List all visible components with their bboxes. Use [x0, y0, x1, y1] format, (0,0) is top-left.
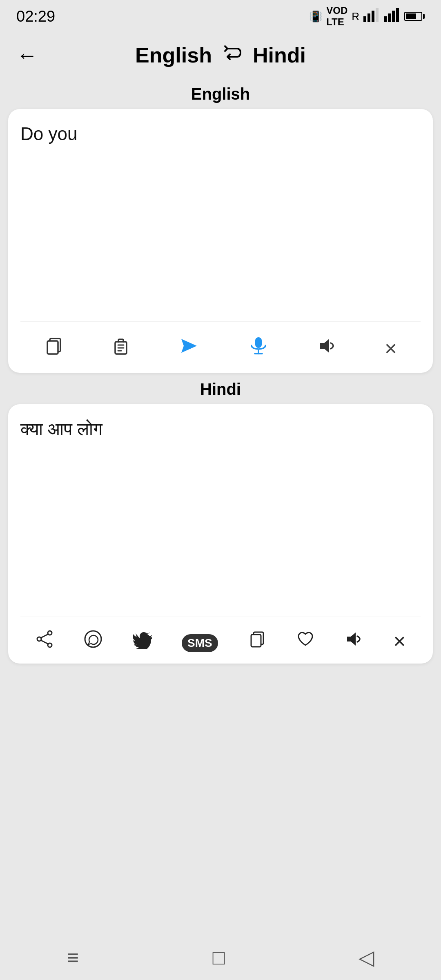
- mic-button[interactable]: [244, 332, 273, 365]
- target-toolbar: SMS ×: [20, 617, 421, 655]
- svg-rect-5: [388, 13, 391, 22]
- signal-icon-1: [363, 8, 380, 25]
- target-output-text: क्या आप लोग: [20, 416, 421, 612]
- target-lang-label: Hindi: [0, 373, 441, 404]
- vibrate-icon: 📳: [309, 10, 322, 23]
- favorite-button[interactable]: [294, 627, 317, 655]
- back-button[interactable]: ←: [16, 43, 38, 67]
- status-bar: 02:29 📳 VODLTE R: [0, 0, 441, 33]
- svg-rect-3: [376, 8, 379, 22]
- translate-button[interactable]: [175, 332, 203, 365]
- svg-rect-0: [363, 16, 366, 22]
- nav-bar: ≡ □ ◁: [0, 935, 441, 980]
- home-button[interactable]: □: [212, 946, 225, 969]
- menu-button[interactable]: ≡: [67, 946, 79, 969]
- source-input-panel: Do you: [8, 109, 433, 373]
- svg-rect-9: [47, 341, 58, 354]
- status-time: 02:29: [16, 8, 55, 25]
- svg-rect-15: [255, 337, 262, 348]
- paste-button[interactable]: [108, 333, 134, 363]
- source-language-label[interactable]: English: [135, 43, 212, 67]
- svg-rect-7: [396, 8, 399, 22]
- svg-rect-1: [368, 13, 370, 22]
- app-header: ← English Hindi: [0, 33, 441, 78]
- whatsapp-button[interactable]: [81, 627, 105, 655]
- target-output-panel: क्या आप लोग: [8, 404, 433, 664]
- svg-line-23: [41, 640, 48, 644]
- svg-marker-18: [320, 339, 329, 353]
- signal-icon-2: [384, 8, 400, 25]
- sms-badge: SMS: [182, 634, 218, 652]
- volte-icon: VODLTE: [326, 5, 347, 28]
- share-button[interactable]: [33, 627, 56, 655]
- svg-line-22: [41, 634, 48, 638]
- source-toolbar: ×: [20, 321, 421, 365]
- back-nav-button[interactable]: ◁: [359, 946, 374, 969]
- battery-icon: [404, 12, 425, 21]
- sms-button[interactable]: SMS: [179, 628, 220, 655]
- signal-r-icon: R: [352, 10, 359, 23]
- target-clear-button[interactable]: ×: [391, 628, 408, 654]
- target-speaker-button[interactable]: [342, 627, 366, 655]
- svg-rect-2: [372, 11, 374, 22]
- svg-rect-6: [392, 11, 395, 22]
- svg-rect-4: [384, 16, 387, 22]
- source-lang-label: English: [0, 78, 441, 109]
- header-title: English Hindi: [135, 40, 306, 70]
- status-icons: 📳 VODLTE R: [309, 5, 425, 28]
- target-language-label[interactable]: Hindi: [253, 43, 306, 67]
- source-input-text[interactable]: Do you: [20, 121, 421, 317]
- target-copy-button[interactable]: [245, 627, 269, 655]
- copy-button[interactable]: [41, 333, 67, 363]
- source-clear-button[interactable]: ×: [381, 334, 400, 362]
- twitter-button[interactable]: [130, 627, 154, 655]
- svg-marker-27: [347, 633, 356, 646]
- svg-rect-26: [251, 635, 261, 647]
- source-speaker-button[interactable]: [314, 332, 341, 364]
- swap-languages-button[interactable]: [220, 40, 245, 70]
- svg-marker-14: [181, 339, 197, 353]
